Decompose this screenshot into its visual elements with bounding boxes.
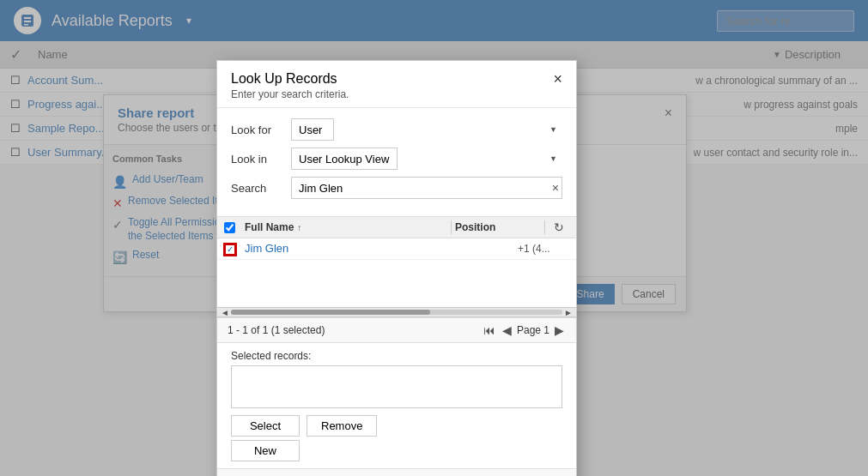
- look-for-row: Look for User Team: [231, 118, 562, 141]
- search-label: Search: [231, 182, 291, 195]
- scroll-track: [231, 310, 562, 315]
- col-full-name-label: Full Name: [245, 221, 294, 233]
- row-full-name[interactable]: Jim Glen: [245, 242, 518, 255]
- scroll-left-btn[interactable]: ◄: [219, 308, 231, 317]
- lookup-dialog: Look Up Records Enter your search criter…: [216, 60, 577, 476]
- row-phone: +1 (4...: [518, 243, 569, 255]
- col-full-name: Full Name ↑: [245, 221, 447, 233]
- new-button[interactable]: New: [231, 440, 300, 461]
- refresh-button[interactable]: ↻: [549, 220, 569, 234]
- lookup-title-group: Look Up Records Enter your search criter…: [231, 71, 349, 100]
- search-input-wrap: ×: [291, 177, 562, 199]
- lookup-title: Look Up Records: [231, 71, 349, 87]
- lookup-subtitle: Enter your search criteria.: [231, 88, 349, 100]
- selected-records-section: Selected records:: [217, 343, 576, 415]
- col-position: Position: [455, 221, 541, 233]
- search-clear-button[interactable]: ×: [552, 181, 559, 195]
- col-separator-1: [451, 220, 452, 234]
- grid-row: Jim Glen +1 (4...: [217, 238, 576, 260]
- next-page-button[interactable]: ▶: [553, 323, 566, 337]
- scroll-right-btn[interactable]: ►: [562, 308, 574, 317]
- lookup-form: Look for User Team Look in User Lookup V…: [217, 108, 576, 216]
- look-for-label: Look for: [231, 124, 291, 136]
- search-input[interactable]: [291, 177, 562, 199]
- look-for-select-wrap: User Team: [291, 118, 562, 141]
- new-button-group: New: [231, 440, 562, 461]
- lookup-footer: Add Cancel: [217, 468, 576, 476]
- sort-icon: ↑: [297, 223, 301, 232]
- lookup-close-button[interactable]: ×: [553, 71, 562, 87]
- pagination-info: 1 - 1 of 1 (1 selected): [228, 324, 325, 336]
- select-button[interactable]: Select: [231, 415, 300, 437]
- grid-body: Jim Glen +1 (4...: [217, 238, 576, 307]
- lookup-grid: Full Name ↑ Position ↻ Jim Glen +1 (4...…: [217, 216, 576, 318]
- pagination-bar: 1 - 1 of 1 (1 selected) ⏮ ◀ Page 1 ▶: [217, 318, 576, 343]
- col-separator-2: [544, 220, 545, 234]
- grid-header: Full Name ↑ Position ↻: [217, 217, 576, 238]
- select-remove-buttons: Select Remove: [231, 415, 562, 437]
- look-in-select[interactable]: User Lookup View All Users: [291, 148, 398, 170]
- search-row: Search ×: [231, 177, 562, 199]
- selected-records-label: Selected records:: [231, 350, 562, 362]
- look-in-label: Look in: [231, 153, 291, 166]
- row-checkbox-cell[interactable]: [224, 242, 245, 256]
- look-in-row: Look in User Lookup View All Users: [231, 148, 562, 170]
- action-buttons-section: Select Remove New: [217, 415, 576, 468]
- pagination-nav: ⏮ ◀ Page 1 ▶: [482, 323, 566, 337]
- grid-header-checkbox[interactable]: [224, 222, 245, 233]
- prev-page-button[interactable]: ◀: [501, 323, 513, 337]
- look-for-select[interactable]: User Team: [291, 118, 334, 141]
- remove-button[interactable]: Remove: [307, 415, 377, 437]
- selected-records-area: [231, 365, 562, 408]
- page-label: Page 1: [517, 324, 549, 336]
- look-in-select-wrap: User Lookup View All Users: [291, 148, 562, 170]
- select-all-checkbox[interactable]: [224, 222, 235, 233]
- lookup-header: Look Up Records Enter your search criter…: [217, 61, 576, 108]
- row-checkbox-checked[interactable]: [224, 244, 236, 256]
- horizontal-scrollbar[interactable]: ◄ ►: [217, 307, 576, 317]
- scroll-thumb[interactable]: [231, 310, 430, 315]
- first-page-button[interactable]: ⏮: [482, 323, 497, 337]
